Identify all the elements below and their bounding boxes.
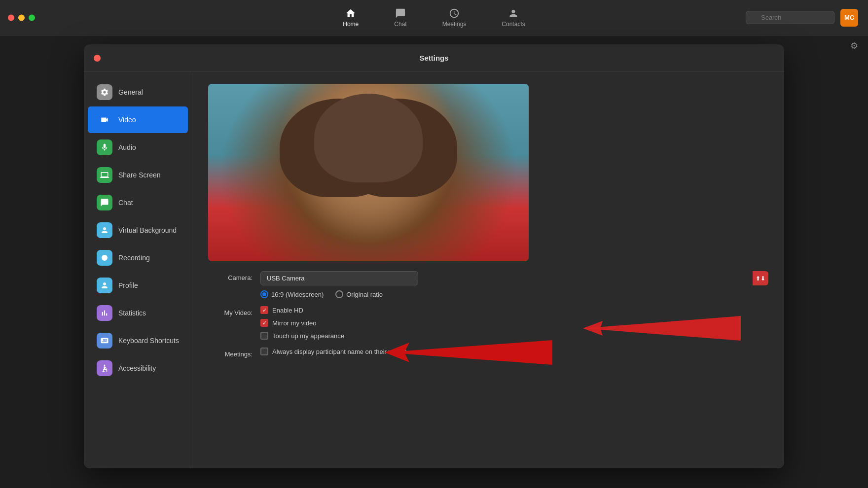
sidebar-item-profile[interactable]: Profile — [88, 272, 188, 299]
sidebar-keyboard-label: Keyboard Shortcuts — [118, 337, 179, 345]
search-wrapper — [746, 11, 834, 24]
sidebar-item-recording[interactable]: Recording — [88, 244, 188, 271]
settings-dialog: Settings General Video Audio — [84, 44, 784, 468]
search-input[interactable] — [746, 11, 834, 24]
touch-up-label: Touch up my appearance — [272, 332, 344, 340]
sidebar-profile-label: Profile — [118, 281, 138, 289]
share-screen-icon — [97, 167, 112, 183]
settings-gear-icon[interactable]: ⚙ — [850, 40, 858, 51]
nav-item-home[interactable]: Home — [337, 6, 364, 30]
sidebar-share-label: Share Screen — [118, 171, 161, 179]
camera-select[interactable]: USB Camera — [260, 271, 418, 285]
camera-controls: USB Camera ⬆⬇ 16:9 (Widescreen) Original… — [260, 271, 768, 298]
touch-up-option[interactable]: Touch up my appearance — [260, 332, 768, 340]
home-icon — [345, 8, 356, 19]
contacts-icon — [508, 8, 519, 19]
sidebar-audio-label: Audio — [118, 143, 136, 151]
sidebar-item-keyboard-shortcuts[interactable]: Keyboard Shortcuts — [88, 327, 188, 354]
settings-main-content: Camera: USB Camera ⬆⬇ 16:9 (Widescreen) — [192, 72, 784, 468]
top-nav: Home Chat Meetings Contacts — [0, 0, 868, 35]
my-video-label: My Video: — [208, 306, 253, 316]
radio-original-label: Original ratio — [346, 291, 383, 298]
settings-close-button[interactable] — [94, 55, 101, 62]
sidebar-item-chat[interactable]: Chat — [88, 189, 188, 216]
window-maximize-btn[interactable] — [29, 14, 35, 21]
general-icon — [97, 84, 112, 100]
radio-original[interactable]: Original ratio — [335, 290, 383, 298]
camera-preview — [208, 84, 529, 261]
camera-row: Camera: USB Camera ⬆⬇ 16:9 (Widescreen) — [208, 271, 768, 298]
sidebar-chat-label: Chat — [118, 199, 133, 207]
settings-body: General Video Audio Share Screen — [84, 72, 784, 468]
touch-up-checkbox[interactable] — [260, 332, 268, 340]
sidebar-video-label: Video — [118, 116, 136, 124]
nav-item-chat[interactable]: Chat — [388, 6, 412, 30]
sidebar-item-audio[interactable]: Audio — [88, 134, 188, 161]
settings-sidebar: General Video Audio Share Screen — [84, 72, 192, 468]
nav-bar: Home Chat Meetings Contacts — [337, 6, 531, 30]
meetings-row: Meetings: Always display participant nam… — [208, 348, 768, 358]
enable-hd-checkbox[interactable]: ✓ — [260, 306, 268, 314]
chat-icon — [395, 8, 406, 19]
audio-icon — [97, 139, 112, 155]
nav-item-meetings[interactable]: Meetings — [436, 6, 472, 30]
recording-icon — [97, 250, 112, 266]
nav-right: MC — [746, 9, 858, 27]
my-video-row: My Video: ✓ Enable HD ✓ Mirror my video … — [208, 306, 768, 340]
radio-widescreen-indicator — [260, 290, 268, 298]
camera-select-wrapper: USB Camera ⬆⬇ — [260, 271, 768, 285]
mirror-video-label: Mirror my video — [272, 319, 317, 327]
chat-sidebar-icon — [97, 195, 112, 210]
sidebar-item-statistics[interactable]: Statistics — [88, 300, 188, 326]
accessibility-icon — [97, 360, 112, 376]
meetings-label: Meetings: — [208, 348, 253, 358]
radio-widescreen[interactable]: 16:9 (Widescreen) — [260, 290, 324, 298]
display-name-option[interactable]: Always display participant name on their… — [260, 348, 768, 355]
settings-title: Settings — [419, 54, 448, 62]
window-controls — [8, 14, 35, 21]
aspect-ratio-group: 16:9 (Widescreen) Original ratio — [260, 290, 768, 298]
sidebar-item-general[interactable]: General — [88, 79, 188, 105]
avatar[interactable]: MC — [840, 9, 858, 27]
enable-hd-option[interactable]: ✓ Enable HD — [260, 306, 768, 314]
sidebar-recording-label: Recording — [118, 254, 150, 262]
sidebar-general-label: General — [118, 88, 143, 96]
camera-feed — [208, 84, 529, 261]
sidebar-statistics-label: Statistics — [118, 309, 146, 317]
camera-label: Camera: — [208, 271, 253, 281]
window-minimize-btn[interactable] — [18, 14, 25, 21]
enable-hd-label: Enable HD — [272, 307, 303, 314]
svg-point-1 — [104, 365, 106, 366]
nav-chat-label: Chat — [394, 21, 406, 28]
sidebar-accessibility-label: Accessibility — [118, 364, 156, 372]
profile-icon — [97, 278, 112, 293]
keyboard-icon — [97, 333, 112, 349]
nav-meetings-label: Meetings — [442, 21, 467, 28]
sidebar-item-accessibility[interactable]: Accessibility — [88, 355, 188, 382]
my-video-controls: ✓ Enable HD ✓ Mirror my video Touch up m… — [260, 306, 768, 340]
nav-contacts-label: Contacts — [502, 21, 525, 28]
mirror-video-option[interactable]: ✓ Mirror my video — [260, 319, 768, 327]
window-close-btn[interactable] — [8, 14, 14, 21]
nav-item-contacts[interactable]: Contacts — [496, 6, 531, 30]
display-name-checkbox[interactable] — [260, 348, 268, 355]
display-name-label: Always display participant name on their… — [272, 348, 407, 355]
mirror-video-checkbox[interactable]: ✓ — [260, 319, 268, 327]
radio-widescreen-label: 16:9 (Widescreen) — [271, 291, 324, 298]
video-icon — [97, 112, 112, 128]
sidebar-item-virtual-background[interactable]: Virtual Background — [88, 217, 188, 244]
sidebar-item-share-screen[interactable]: Share Screen — [88, 162, 188, 188]
meetings-controls: Always display participant name on their… — [260, 348, 768, 355]
settings-header: Settings — [84, 44, 784, 72]
svg-point-0 — [102, 255, 108, 261]
statistics-icon — [97, 305, 112, 321]
nav-home-label: Home — [343, 21, 359, 28]
select-arrow-icon: ⬆⬇ — [753, 271, 768, 285]
sidebar-item-video[interactable]: Video — [88, 106, 188, 133]
meetings-icon — [449, 8, 460, 19]
radio-original-indicator — [335, 290, 343, 298]
virtual-bg-icon — [97, 222, 112, 238]
sidebar-vbg-label: Virtual Background — [118, 226, 177, 234]
